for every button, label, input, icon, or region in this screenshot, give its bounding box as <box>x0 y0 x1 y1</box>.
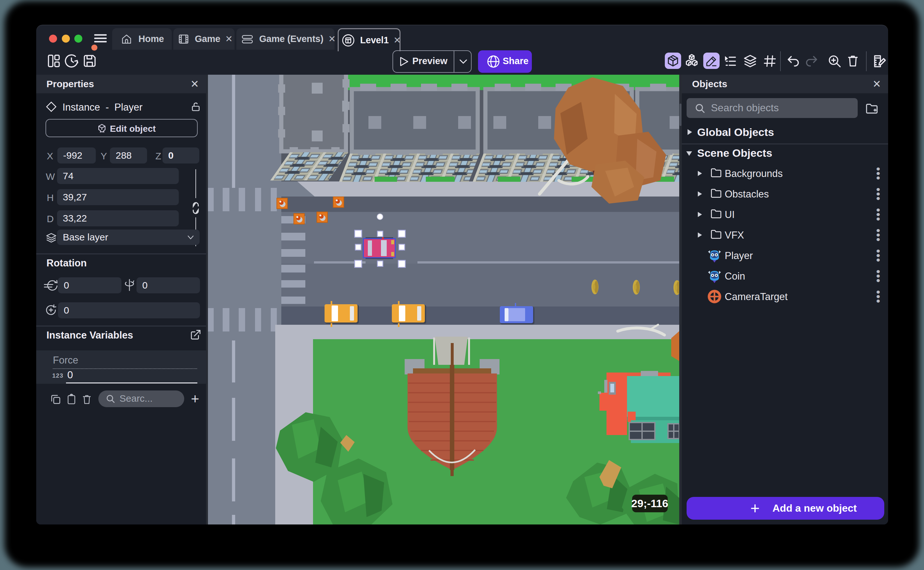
svg-text:29;-116: 29;-116 <box>631 497 668 509</box>
